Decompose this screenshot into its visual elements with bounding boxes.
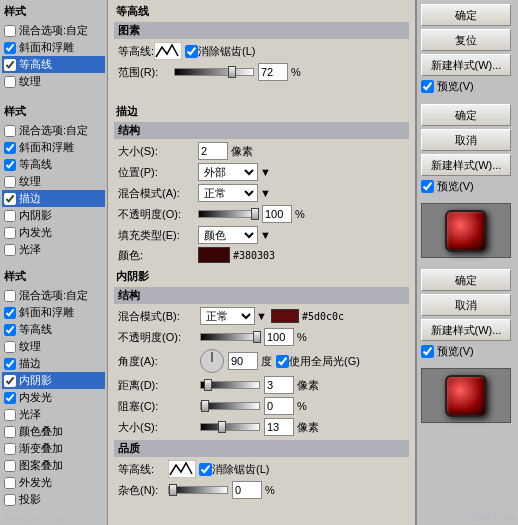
sb3-innerglow-cb[interactable]	[4, 392, 16, 404]
distance-slider-3[interactable]	[200, 381, 260, 389]
bevel-cb-2[interactable]	[4, 142, 16, 154]
angle-circle-3[interactable]	[200, 349, 224, 373]
distance-input-3[interactable]	[264, 376, 294, 394]
sb3-dropshadow-cb[interactable]	[4, 494, 16, 506]
stroke-cb-2[interactable]	[4, 193, 16, 205]
sb3-patternoverlay-cb[interactable]	[4, 460, 16, 472]
innershadow-cb-2[interactable]	[4, 210, 16, 222]
cancel-button-3[interactable]: 取消	[421, 294, 511, 316]
sb3-patternoverlay[interactable]: 图案叠加	[2, 457, 105, 474]
sidebar-item-contour-2[interactable]: 等高线	[2, 156, 105, 173]
sb3-texture[interactable]: 纹理	[2, 338, 105, 355]
contour-row-1: 等高线: 消除锯齿(L)	[114, 42, 409, 60]
antialiasing-checkbox-1[interactable]	[185, 45, 198, 58]
choke-input-3[interactable]	[264, 397, 294, 415]
contour-label-3: 等高线:	[118, 462, 168, 477]
color-swatch-2[interactable]	[198, 247, 230, 263]
sidebar-item-contour-1[interactable]: 等高线	[2, 56, 105, 73]
ok-button-2[interactable]: 确定	[421, 104, 511, 126]
sb3-innershadow[interactable]: 内阴影	[2, 372, 105, 389]
blend-checkbox-1[interactable]	[4, 25, 16, 37]
sb3-blend[interactable]: 混合选项:自定	[2, 287, 105, 304]
reset-button-1[interactable]: 复位	[421, 29, 511, 51]
sb3-coloroverlay-lbl: 颜色叠加	[19, 424, 63, 439]
global-light-checkbox-3[interactable]	[276, 355, 289, 368]
blend-color-swatch-3[interactable]	[271, 309, 299, 323]
ok-button-3[interactable]: 确定	[421, 269, 511, 291]
choke-slider-3[interactable]	[200, 402, 260, 410]
position-select-2[interactable]: 外部内部居中	[198, 163, 258, 181]
contour-row-3: 等高线: 消除锯齿(L)	[114, 460, 409, 478]
contour-cb-2[interactable]	[4, 159, 16, 171]
sb3-gradientoverlay-cb[interactable]	[4, 443, 16, 455]
size-input-3[interactable]	[264, 418, 294, 436]
preview-checkbox-2[interactable]	[421, 180, 434, 193]
innerglow-cb-2[interactable]	[4, 227, 16, 239]
sb3-blend-cb[interactable]	[4, 290, 16, 302]
sb3-outerglow-cb[interactable]	[4, 477, 16, 489]
sb3-coloroverlay-cb[interactable]	[4, 426, 16, 438]
ok-button-1[interactable]: 确定	[421, 4, 511, 26]
sidebar-item-blend-1[interactable]: 混合选项:自定	[2, 22, 105, 39]
range-input-1[interactable]: 72	[258, 63, 288, 81]
sb3-dropshadow[interactable]: 投影	[2, 491, 105, 508]
sb3-outerglow[interactable]: 外发光	[2, 474, 105, 491]
sidebar-item-texture-2[interactable]: 纹理	[2, 173, 105, 190]
sidebar-item-innershadow-2[interactable]: 内阴影	[2, 207, 105, 224]
new-style-button-3[interactable]: 新建样式(W)...	[421, 319, 511, 341]
sb3-bevel[interactable]: 斜面和浮雕	[2, 304, 105, 321]
sb3-innershadow-lbl: 内阴影	[19, 373, 52, 388]
texture-cb-2[interactable]	[4, 176, 16, 188]
angle-input-3[interactable]	[228, 352, 258, 370]
blendmode-select-3[interactable]: 正常	[200, 307, 255, 325]
sb3-gradientoverlay[interactable]: 渐变叠加	[2, 440, 105, 457]
blendmode-row-2: 混合模式(A): 正常 ▼	[114, 184, 409, 202]
opacity-input-2[interactable]	[262, 205, 292, 223]
contour-checkbox-1[interactable]	[4, 59, 16, 71]
sb3-satin[interactable]: 光泽	[2, 406, 105, 423]
texture-checkbox-1[interactable]	[4, 76, 16, 88]
new-style-button-1[interactable]: 新建样式(W)...	[421, 54, 511, 76]
blendmode-select-2[interactable]: 正常	[198, 184, 258, 202]
opacity-slider-2[interactable]	[198, 210, 258, 218]
bevel-checkbox-1[interactable]	[4, 42, 16, 54]
sb3-bevel-cb[interactable]	[4, 307, 16, 319]
sb3-satin-cb[interactable]	[4, 409, 16, 421]
sb3-texture-cb[interactable]	[4, 341, 16, 353]
cancel-button-2[interactable]: 取消	[421, 129, 511, 151]
satin-cb-2[interactable]	[4, 244, 16, 256]
opacity-slider-3[interactable]	[200, 333, 260, 341]
opacity-input-3[interactable]	[264, 328, 294, 346]
noise-slider-3[interactable]	[168, 486, 228, 494]
blend-cb-2[interactable]	[4, 125, 16, 137]
sb3-stroke[interactable]: 描边	[2, 355, 105, 372]
sb3-coloroverlay[interactable]: 颜色叠加	[2, 423, 105, 440]
sidebar-item-texture-1[interactable]: 纹理	[2, 73, 105, 90]
sb3-innershadow-cb[interactable]	[4, 375, 16, 387]
preview-checkbox-3[interactable]	[421, 345, 434, 358]
sb3-contour[interactable]: 等高线	[2, 321, 105, 338]
contour-antialiasing-cb-3[interactable]	[199, 463, 212, 476]
bevel-lbl-2: 斜面和浮雕	[19, 140, 74, 155]
sidebar-item-stroke-2[interactable]: 描边	[2, 190, 105, 207]
filltype-select-2[interactable]: 颜色	[198, 226, 258, 244]
sidebar-item-bevel-1[interactable]: 斜面和浮雕	[2, 39, 105, 56]
sb3-gradientoverlay-lbl: 渐变叠加	[19, 441, 63, 456]
new-style-button-2[interactable]: 新建样式(W)...	[421, 154, 511, 176]
sb3-contour-cb[interactable]	[4, 324, 16, 336]
sidebar-item-satin-2[interactable]: 光泽	[2, 241, 105, 258]
contour-label-field-1: 等高线:	[118, 44, 154, 59]
sidebar-item-blend-2[interactable]: 混合选项:自定	[2, 122, 105, 139]
preview-checkbox-1[interactable]	[421, 80, 434, 93]
sb3-innerglow[interactable]: 内发光	[2, 389, 105, 406]
noise-input-3[interactable]	[232, 481, 262, 499]
preview-row-3: 预览(V)	[421, 344, 514, 359]
size-input-2[interactable]	[198, 142, 228, 160]
choke-row-3: 阻塞(C): %	[114, 397, 409, 415]
sidebar-item-innerglow-2[interactable]: 内发光	[2, 224, 105, 241]
size-slider-3[interactable]	[200, 423, 260, 431]
sidebar-item-bevel-2[interactable]: 斜面和浮雕	[2, 139, 105, 156]
sb3-stroke-cb[interactable]	[4, 358, 16, 370]
filltype-label-2: 填充类型(E):	[118, 228, 198, 243]
range-slider-1[interactable]	[174, 68, 254, 76]
